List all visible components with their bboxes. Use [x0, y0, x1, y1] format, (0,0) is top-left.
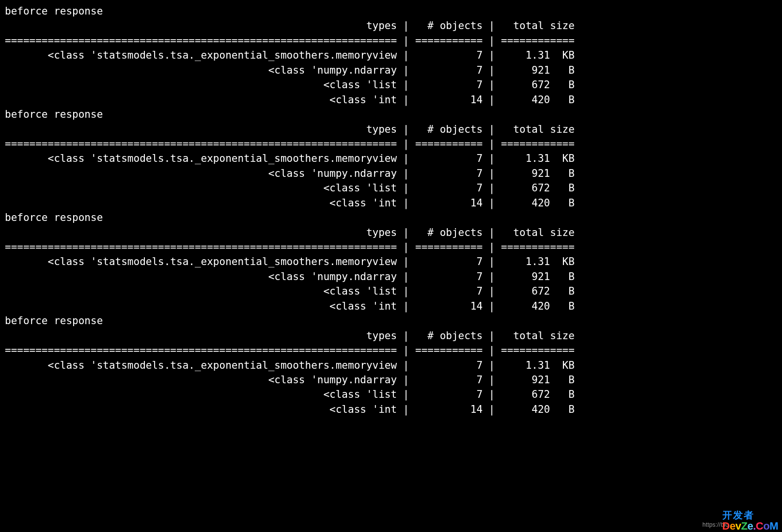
log-marker: beforce response	[5, 107, 777, 122]
table-row: <class 'int | 14 | 420 B	[5, 299, 777, 313]
table-row: <class 'numpy.ndarray | 7 | 921 B	[5, 269, 777, 284]
table-row: <class 'numpy.ndarray | 7 | 921 B	[5, 63, 777, 78]
watermark-logo: 开发者 DevZe.CoM	[722, 510, 778, 532]
table-row: <class 'statsmodels.tsa._exponential_smo…	[5, 48, 777, 63]
table-row: <class 'list | 7 | 672 B	[5, 387, 777, 402]
table-header: types | # objects | total size	[5, 225, 777, 240]
log-marker: beforce response	[5, 313, 777, 328]
table-header: types | # objects | total size	[5, 329, 777, 343]
table-row: <class 'list | 7 | 672 B	[5, 284, 777, 298]
terminal-output: beforce response types | # objects | tot…	[0, 0, 782, 417]
log-marker: beforce response	[5, 210, 777, 225]
table-row: <class 'int | 14 | 420 B	[5, 402, 777, 417]
table-rule: ========================================…	[5, 137, 777, 151]
table-row: <class 'statsmodels.tsa._exponential_smo…	[5, 151, 777, 166]
table-header: types | # objects | total size	[5, 18, 777, 33]
table-rule: ========================================…	[5, 343, 777, 358]
table-row: <class 'list | 7 | 672 B	[5, 181, 777, 195]
table-row: <class 'list | 7 | 672 B	[5, 78, 777, 92]
table-row: <class 'int | 14 | 420 B	[5, 196, 777, 210]
table-row: <class 'numpy.ndarray | 7 | 921 B	[5, 373, 777, 387]
table-row: <class 'statsmodels.tsa._exponential_smo…	[5, 358, 777, 373]
table-rule: ========================================…	[5, 33, 777, 48]
table-header: types | # objects | total size	[5, 122, 777, 137]
watermark-logo-zh: 开发者	[722, 510, 778, 520]
table-row: <class 'numpy.ndarray | 7 | 921 B	[5, 166, 777, 181]
log-marker: beforce response	[5, 4, 777, 18]
watermark-logo-en: DevZe.CoM	[722, 520, 778, 532]
table-rule: ========================================…	[5, 240, 777, 254]
table-row: <class 'statsmodels.tsa._exponential_smo…	[5, 254, 777, 269]
table-row: <class 'int | 14 | 420 B	[5, 93, 777, 107]
